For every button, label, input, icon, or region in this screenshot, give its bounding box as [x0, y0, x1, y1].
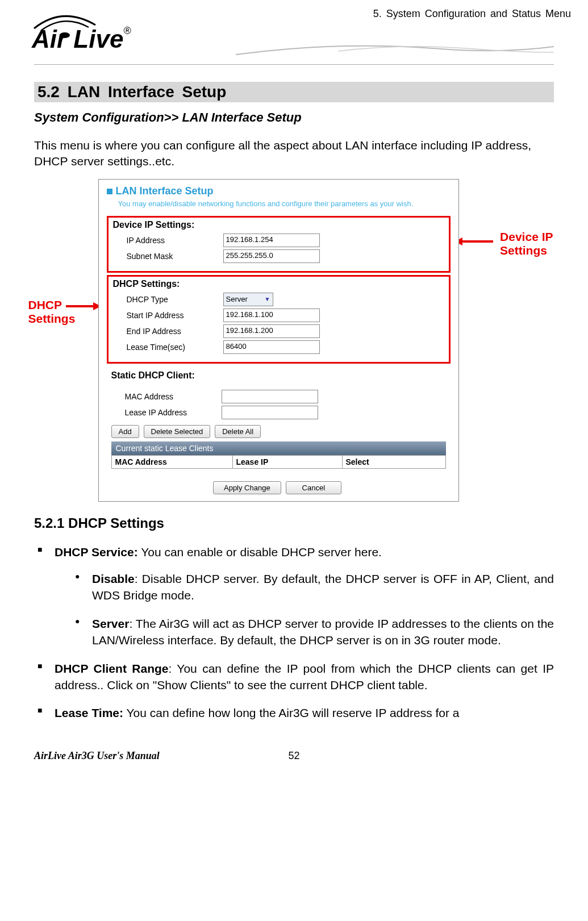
chevron-down-icon: ▼ [265, 296, 270, 302]
lease-ip-label: Lease IP Address [125, 408, 222, 417]
subnet-mask-label: Subnet Mask [127, 252, 223, 261]
trademark-symbol: ® [123, 25, 131, 36]
server-text: : The Air3G will act as DHCP server to p… [92, 617, 554, 647]
range-label: DHCP Client Range [55, 662, 168, 675]
dhcp-type-label: DHCP Type [127, 295, 223, 304]
device-ip-legend: Device IP Settings: [113, 220, 444, 230]
delete-selected-button[interactable]: Delete Selected [144, 425, 211, 438]
list-item: DHCP Client Range: You can define the IP… [55, 660, 554, 694]
end-ip-label: End IP Address [127, 327, 223, 336]
callout-device-ip: Device IP Settings [500, 230, 553, 257]
panel-title-text: LAN Interface Setup [116, 185, 214, 197]
section-heading-bar: 5.2 LAN Interface Setup [34, 82, 554, 102]
list-item: Lease Time: You can define how long the … [55, 705, 554, 721]
list-item: Disable: Disable DHCP server. By default… [92, 570, 554, 604]
mac-address-input[interactable] [222, 390, 318, 403]
lease-ip-input[interactable] [222, 406, 318, 419]
footer-manual-title: AirLive Air3G User's Manual [34, 750, 160, 762]
section-number: 5.2 [37, 83, 60, 101]
dhcp-type-select[interactable]: Server ▼ [223, 293, 273, 306]
intro-paragraph: This menu is where you can configure all… [34, 137, 554, 170]
ip-address-label: IP Address [127, 236, 223, 245]
list-item: Server: The Air3G will act as DHCP serve… [92, 615, 554, 649]
lease-table-title: Current static Lease Clients [111, 441, 446, 455]
bullet-list: DHCP Service: You can enable or disable … [34, 544, 554, 722]
cancel-button[interactable]: Cancel [286, 481, 341, 494]
arrow-right-icon [66, 299, 102, 313]
breadcrumb: System Configuration>> LAN Interface Set… [34, 110, 554, 125]
lease-time-input[interactable]: 86400 [223, 340, 320, 354]
col-lease-ip: Lease IP [233, 456, 343, 468]
sub-list: Disable: Disable DHCP server. By default… [55, 570, 554, 649]
page-footer: AirLive Air3G User's Manual 52 [0, 739, 588, 771]
screenshot-figure: Device IP Settings DHCP Settings LAN Int… [39, 179, 550, 502]
section-title: LAN Interface Setup [60, 83, 226, 101]
apply-change-button[interactable]: Apply Change [213, 481, 281, 494]
lan-setup-panel: LAN Interface Setup You may enable/disab… [98, 179, 459, 502]
list-item: DHCP Service: You can enable or disable … [55, 544, 554, 649]
chapter-reference: 5. System Configuration and Status Menu [373, 8, 571, 20]
ip-address-input[interactable]: 192.168.1.254 [223, 234, 320, 247]
add-button[interactable]: Add [111, 425, 139, 438]
action-buttons: Apply Change Cancel [99, 473, 458, 501]
decorative-swoosh [236, 39, 554, 64]
callout-right-text: Device IP Settings [500, 230, 553, 257]
title-bullet-icon [107, 189, 112, 194]
end-ip-input[interactable]: 192.168.1.200 [223, 324, 320, 338]
disable-label: Disable [92, 572, 135, 585]
dhcp-type-value: Server [226, 295, 248, 303]
col-select: Select [343, 456, 418, 468]
arrow-left-icon [454, 235, 494, 248]
lease-text: You can define how long the Air3G will r… [123, 706, 459, 719]
dhcp-legend: DHCP Settings: [113, 279, 444, 289]
brand-text: Air Live [32, 25, 123, 53]
delete-all-button[interactable]: Delete All [215, 425, 261, 438]
dhcp-service-label: DHCP Service: [55, 545, 138, 559]
disable-text: : Disable DHCP server. By default, the D… [92, 572, 554, 602]
start-ip-label: Start IP Address [127, 311, 223, 320]
footer-page-number: 52 [288, 750, 299, 762]
server-label: Server [92, 617, 129, 630]
subnet-mask-input[interactable]: 255.255.255.0 [223, 249, 320, 263]
lease-table-header: MAC Address Lease IP Select [111, 455, 446, 469]
subsection-heading: 5.2.1 DHCP Settings [34, 515, 554, 531]
col-mac: MAC Address [112, 456, 233, 468]
lease-label: Lease Time: [55, 706, 123, 719]
mac-address-label: MAC Address [125, 392, 222, 401]
dhcp-group: DHCP Settings: DHCP Type Server ▼ Start … [107, 275, 451, 364]
static-dhcp-group: Static DHCP Client: MAC Address Lease IP… [99, 366, 458, 473]
static-dhcp-legend: Static DHCP Client: [111, 370, 446, 381]
start-ip-input[interactable]: 192.168.1.100 [223, 309, 320, 322]
brand-logo: Air Live® [23, 5, 170, 58]
panel-description: You may enable/disable networking functi… [99, 198, 458, 214]
panel-title: LAN Interface Setup [99, 180, 458, 198]
dhcp-service-text: You can enable or disable DHCP server he… [138, 545, 382, 559]
device-ip-group: Device IP Settings: IP Address 192.168.1… [107, 216, 451, 273]
page-header: Air Live® 5. System Configuration and St… [34, 10, 554, 65]
lease-time-label: Lease Time(sec) [127, 343, 223, 352]
